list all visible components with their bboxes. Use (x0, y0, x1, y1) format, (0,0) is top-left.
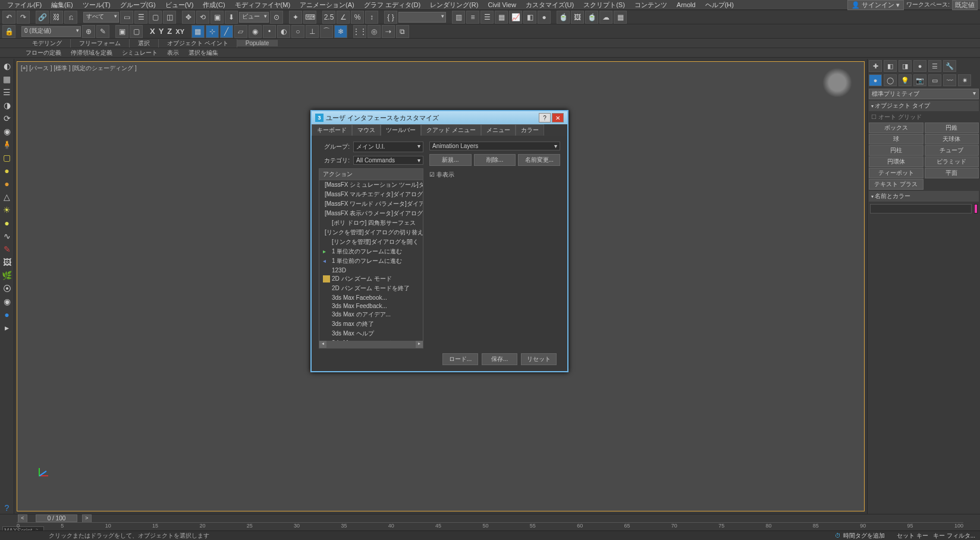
clone-button[interactable]: ⧉ (396, 25, 409, 38)
redo-button[interactable]: ↷ (17, 11, 30, 24)
cmd-hierarchy-button[interactable]: ◨ (899, 60, 912, 72)
use-pivot-button[interactable]: ⊙ (270, 11, 283, 24)
left-icon-1[interactable]: ◐ (1, 60, 13, 72)
mirror-button[interactable]: ▥ (452, 11, 465, 24)
unlink-button[interactable]: ⛓ (50, 11, 63, 24)
bind-button[interactable]: ⎌ (64, 11, 77, 24)
render-production-button[interactable]: 🍵 (585, 11, 598, 24)
prim-cone-button[interactable]: 円錐 (925, 123, 979, 133)
menu-edit[interactable]: 編集(E) (46, 1, 78, 10)
layer-explorer-button[interactable]: ☰ (480, 11, 494, 24)
axis-y-label[interactable]: Y (158, 27, 165, 36)
dlg-tab-keyboard[interactable]: キーボード (312, 124, 352, 136)
prim-tube-button[interactable]: チューブ (925, 145, 979, 156)
rename-button[interactable]: 名前変更... (518, 154, 560, 166)
angle-snap-button[interactable]: ∠ (337, 11, 350, 24)
select-manipulate-button[interactable]: ✦ (289, 11, 302, 24)
left-icon-13[interactable]: ● (1, 217, 13, 229)
cmd-utilities-button[interactable]: 🔧 (943, 60, 956, 72)
render-setup-button[interactable]: 🍵 (557, 11, 570, 24)
snap-perp-button[interactable]: ⊥ (306, 25, 319, 38)
ribbon-sub-flow[interactable]: フローの定義 (21, 49, 66, 57)
timetag-icon[interactable]: ⏱ (835, 532, 841, 539)
cmd-motion-button[interactable]: ● (913, 60, 926, 72)
axis-z-label[interactable]: Z (166, 27, 173, 36)
select-scale-button[interactable]: ▣ (211, 11, 224, 24)
working-pivot-button[interactable]: ⊕ (82, 25, 95, 38)
target-toolbar-dropdown[interactable]: Animation Layers (429, 142, 560, 150)
left-icon-3[interactable]: ☰ (1, 86, 13, 98)
menu-group[interactable]: グループ(G) (115, 1, 161, 10)
group-dropdown[interactable]: メイン U.I. (353, 142, 423, 152)
prim-sphere-button[interactable]: 球 (869, 134, 924, 145)
snap-grid-button[interactable]: ▦ (191, 25, 205, 38)
menu-file[interactable]: ファイル(F) (2, 1, 46, 10)
category-dropdown[interactable]: All Commands (353, 156, 423, 165)
action-list-item[interactable]: 2D パン ズーム モード (319, 274, 423, 284)
select-move-button[interactable]: ✥ (182, 11, 195, 24)
new-button[interactable]: 新規... (429, 154, 472, 166)
signin-button[interactable]: 👤 サインイン ▾ (847, 0, 904, 10)
ribbon-tab-selection[interactable]: 選択 (130, 39, 159, 48)
dlg-tab-menus[interactable]: メニュー (481, 124, 516, 136)
setkey-button[interactable]: セット キー (897, 532, 928, 540)
time-ruler[interactable]: 0510152025303540455055606570758085909510… (17, 522, 963, 530)
snap-endpoint-button[interactable]: • (263, 25, 276, 38)
snap-frozen-button[interactable]: ❄ (334, 25, 347, 38)
prim-textplus-button[interactable]: テキスト プラス (869, 179, 924, 190)
viewcube[interactable] (822, 68, 852, 98)
hide-checkbox[interactable]: ☑ 非表示 (429, 169, 560, 180)
object-color-swatch[interactable] (974, 204, 978, 214)
keyfilter-button[interactable]: キー フィルタ... (933, 532, 975, 540)
action-list-item[interactable]: ◂1 単位前のフレームに進む (319, 256, 423, 266)
percent-snap-button[interactable]: % (351, 11, 364, 24)
action-list-item[interactable]: [MassFX マルチエディタ]ダイアログを表示 (319, 190, 423, 199)
left-icon-7[interactable]: 🧍 (1, 139, 13, 150)
ribbon-tab-populate[interactable]: Populate (237, 40, 278, 46)
action-list-item[interactable]: [MassFX 表示パラメータ]ダイアログを... (319, 209, 423, 218)
ribbon-sub-simulate[interactable]: シミュレート (117, 49, 162, 57)
dlg-tab-colors[interactable]: カラー (516, 124, 544, 136)
selection-filter-dropdown[interactable]: すべて (83, 12, 119, 23)
left-icon-4[interactable]: ◑ (1, 99, 13, 111)
menu-modifiers[interactable]: モディファイヤ(M) (230, 1, 296, 10)
ribbon-sub-editsel[interactable]: 選択を編集 (184, 49, 223, 57)
viewport-label[interactable]: [+] [パース ] [標準 ] [既定のシェーディング ] (21, 64, 137, 73)
snap-pivot-button[interactable]: ◉ (249, 25, 262, 38)
working-pivot-dropdown[interactable]: 0 (既定値) (21, 26, 81, 37)
time-prev-button[interactable]: < (18, 514, 27, 523)
object-name-input[interactable] (870, 204, 972, 214)
snapshot-button[interactable]: ◎ (368, 25, 381, 38)
left-icon-21[interactable]: ▸ (1, 322, 13, 334)
action-list-hscroll[interactable]: ◂▸ (319, 341, 423, 348)
snap-center-button[interactable]: ○ (291, 25, 304, 38)
edit-pivot-button[interactable]: ✎ (96, 25, 109, 38)
cmd-geometry-button[interactable]: ● (869, 74, 882, 86)
dlg-tab-toolbars[interactable]: ツールバー (381, 124, 421, 136)
left-icon-18[interactable]: ⦿ (1, 282, 13, 294)
menu-view[interactable]: ビュー(V) (161, 1, 199, 10)
load-button[interactable]: ロード... (442, 353, 478, 365)
left-icon-8[interactable]: ▢ (1, 152, 13, 164)
menu-scripting[interactable]: スクリプト(S) (579, 1, 630, 10)
named-selection-dropdown[interactable] (398, 12, 446, 23)
schematic-view-button[interactable]: ◧ (523, 11, 536, 24)
snap-face-button[interactable]: ▱ (234, 25, 247, 38)
menu-help[interactable]: ヘルプ(H) (701, 1, 739, 10)
menu-rendering[interactable]: レンダリング(R) (425, 1, 483, 10)
select-region-button[interactable]: ▢ (149, 11, 162, 24)
axis-x-label[interactable]: X (149, 27, 156, 36)
select-rotate-button[interactable]: ⟲ (196, 11, 209, 24)
action-list-item[interactable]: 3ds Max のアイデア... (319, 310, 423, 319)
menu-animation[interactable]: アニメーション(A) (295, 1, 359, 10)
cmd-display-button[interactable]: ☰ (928, 60, 941, 72)
frame-indicator[interactable]: 0 / 100 (36, 514, 77, 522)
reset-button[interactable]: リセット (521, 353, 557, 365)
prim-torus-button[interactable]: 円環体 (869, 156, 924, 167)
snap-midpoint-button[interactable]: ◐ (277, 25, 290, 38)
ribbon-tab-objectpaint[interactable]: オブジェクト ペイント (159, 39, 237, 48)
select-object-button[interactable]: ▭ (120, 11, 133, 24)
dlg-tab-quads[interactable]: クアッド メニュー (421, 124, 481, 136)
snap-vertex-button[interactable]: ⊹ (206, 25, 219, 38)
spinner-snap-button[interactable]: ↕ (365, 11, 378, 24)
